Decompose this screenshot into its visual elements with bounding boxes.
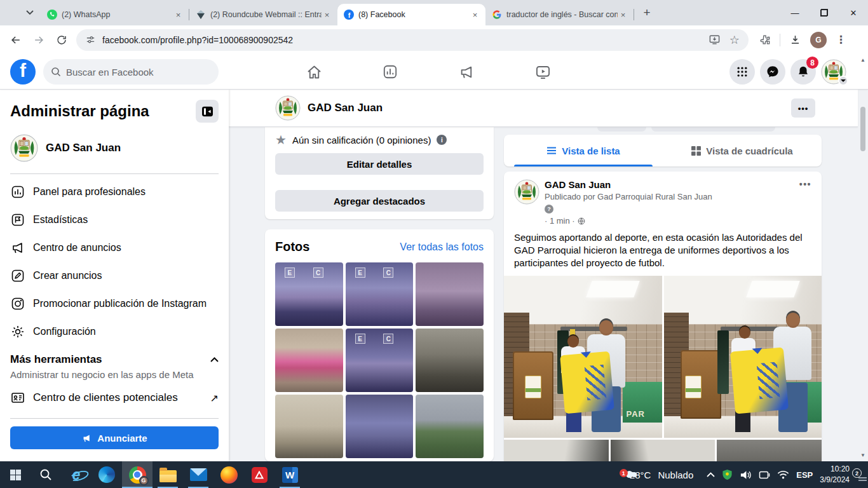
page-scrollbar[interactable]: ▲ ▼ bbox=[858, 54, 868, 461]
ads-tab[interactable] bbox=[456, 63, 477, 81]
tablet-mode-icon[interactable] bbox=[759, 470, 770, 480]
taskbar-internet-explorer[interactable]: e bbox=[61, 461, 92, 488]
gad-san-juan-avatar[interactable] bbox=[514, 179, 539, 205]
chevron-up-icon[interactable] bbox=[210, 357, 219, 362]
tab-grid-view[interactable]: Vista de cuadrícula bbox=[663, 135, 822, 166]
home-tab[interactable] bbox=[304, 63, 324, 81]
insights-tab[interactable] bbox=[380, 63, 400, 81]
sidebar-item-settings[interactable]: Configuración bbox=[10, 318, 219, 346]
taskbar-firefox[interactable] bbox=[214, 461, 244, 488]
post-photo-partial[interactable] bbox=[717, 440, 822, 461]
partial-button[interactable] bbox=[651, 127, 775, 132]
notifications-button[interactable]: 8 bbox=[790, 59, 816, 85]
tab-list-view[interactable]: Vista de lista bbox=[504, 135, 663, 166]
post-photo-jersey-2[interactable] bbox=[664, 276, 822, 438]
taskbar-edge[interactable] bbox=[92, 461, 122, 488]
tray-expand-chevron-icon[interactable] bbox=[707, 472, 715, 477]
taskbar-word[interactable]: W bbox=[275, 461, 305, 488]
tab-facebook-active[interactable]: f (8) Facebook × bbox=[337, 4, 485, 25]
browser-profile-avatar[interactable]: G bbox=[810, 32, 827, 48]
taskbar-chrome[interactable]: G bbox=[122, 461, 153, 488]
url-text[interactable]: facebook.com/profile.php?id=100068900902… bbox=[102, 35, 702, 45]
weather-condition[interactable]: Nublado bbox=[658, 470, 693, 480]
video-tab[interactable] bbox=[532, 63, 553, 81]
photo-thumb[interactable]: E C bbox=[346, 262, 414, 326]
sidebar-item-insights[interactable]: Estadísticas bbox=[10, 206, 219, 234]
add-highlights-button[interactable]: Agregar destacados bbox=[275, 190, 484, 212]
sidebar-item-ads-center[interactable]: Centro de anuncios bbox=[10, 234, 219, 262]
minimize-button[interactable]: — bbox=[780, 0, 810, 25]
close-window-button[interactable]: ✕ bbox=[839, 0, 868, 25]
install-app-icon[interactable] bbox=[709, 34, 721, 46]
messenger-button[interactable] bbox=[760, 59, 785, 85]
photo-thumb[interactable]: E C bbox=[346, 329, 414, 392]
taskbar-search-button[interactable] bbox=[31, 461, 61, 488]
post-photo-partial[interactable] bbox=[611, 440, 715, 461]
photo-thumb[interactable] bbox=[416, 395, 484, 458]
start-button[interactable] bbox=[0, 461, 31, 488]
post-author[interactable]: GAD San Juan bbox=[545, 179, 712, 190]
collapse-sidebar-button[interactable] bbox=[196, 100, 219, 123]
close-tab-icon[interactable]: × bbox=[173, 10, 184, 20]
question-badge-icon[interactable]: ? bbox=[545, 205, 553, 214]
sidebar-item-boost-instagram[interactable]: Promocionar publicación de Instagram bbox=[10, 290, 219, 318]
photo-thumb[interactable] bbox=[416, 262, 484, 326]
photo-thumb[interactable]: E C bbox=[275, 262, 343, 326]
wifi-icon[interactable] bbox=[777, 470, 789, 479]
post-photo-jersey-1[interactable]: PAR bbox=[504, 276, 662, 438]
tab-search-button[interactable] bbox=[20, 3, 39, 22]
sidebar-item-leads-center[interactable]: Centro de clientes potenciales ↗ bbox=[10, 384, 219, 412]
taskbar-acrobat[interactable] bbox=[244, 461, 275, 488]
apps-menu-button[interactable] bbox=[729, 59, 755, 85]
edit-details-button[interactable]: Editar detalles bbox=[275, 153, 484, 175]
photo-thumb[interactable] bbox=[346, 395, 414, 458]
close-tab-icon[interactable]: × bbox=[470, 10, 480, 20]
facebook-search[interactable] bbox=[43, 59, 219, 85]
sidebar-item-professional-dashboard[interactable]: Panel para profesionales bbox=[10, 178, 219, 206]
page-more-options-button[interactable]: ••• bbox=[791, 98, 815, 118]
advertise-button[interactable]: Anunciarte bbox=[10, 426, 219, 449]
antivirus-shield-icon[interactable] bbox=[722, 469, 733, 480]
taskbar-clock[interactable]: 10:20 3/9/2024 bbox=[820, 464, 850, 485]
back-button[interactable] bbox=[5, 29, 27, 51]
new-tab-button[interactable]: + bbox=[638, 4, 656, 22]
scroll-up-icon[interactable]: ▲ bbox=[858, 57, 868, 63]
browser-menu-icon[interactable]: ⋮ bbox=[836, 33, 846, 46]
site-settings-icon[interactable] bbox=[85, 34, 96, 45]
photo-thumb[interactable] bbox=[416, 329, 484, 392]
taskbar-file-explorer[interactable] bbox=[153, 461, 183, 488]
photo-thumb[interactable] bbox=[275, 329, 343, 392]
downloads-icon[interactable] bbox=[789, 34, 801, 46]
sidebar-page-link[interactable]: GAD San Juan bbox=[10, 134, 219, 162]
sidebar-item-create-ads[interactable]: Crear anuncios bbox=[10, 262, 219, 290]
close-tab-icon[interactable]: × bbox=[618, 10, 628, 20]
sidebar-item-label: Estadísticas bbox=[33, 214, 88, 226]
restore-button[interactable] bbox=[810, 0, 839, 25]
reload-button[interactable] bbox=[51, 29, 72, 51]
see-all-photos-link[interactable]: Ver todas las fotos bbox=[400, 241, 484, 253]
bookmark-star-icon[interactable]: ☆ bbox=[729, 34, 740, 46]
close-tab-icon[interactable]: × bbox=[322, 10, 332, 20]
facebook-header: f 8 bbox=[0, 54, 868, 90]
tab-google-search[interactable]: traductor de inglés - Buscar con × bbox=[485, 4, 634, 25]
partial-button[interactable] bbox=[597, 127, 646, 132]
language-indicator[interactable]: ESP bbox=[796, 470, 813, 480]
search-input[interactable] bbox=[66, 67, 200, 78]
post-menu-button[interactable]: ••• bbox=[799, 179, 811, 226]
gad-san-juan-avatar[interactable] bbox=[275, 95, 301, 121]
post-photo-partial[interactable] bbox=[504, 440, 609, 461]
taskbar-mail[interactable] bbox=[183, 461, 214, 488]
tab-roundcube[interactable]: (2) Roundcube Webmail :: Entra × bbox=[189, 4, 337, 25]
address-bar[interactable]: facebook.com/profile.php?id=100068900902… bbox=[76, 29, 749, 51]
extensions-icon[interactable] bbox=[759, 34, 771, 46]
scrollbar-thumb[interactable] bbox=[860, 107, 865, 151]
info-icon[interactable]: i bbox=[437, 135, 447, 145]
scroll-down-icon[interactable]: ▼ bbox=[858, 452, 868, 458]
facebook-logo[interactable]: f bbox=[10, 59, 36, 85]
tab-whatsapp[interactable]: (2) WhatsApp × bbox=[41, 4, 189, 25]
photo-thumb[interactable] bbox=[275, 395, 343, 458]
forward-button[interactable] bbox=[28, 29, 50, 51]
post-timestamp[interactable]: · 1 min · bbox=[545, 216, 575, 226]
speaker-icon[interactable] bbox=[740, 470, 752, 480]
account-button[interactable] bbox=[821, 59, 846, 85]
